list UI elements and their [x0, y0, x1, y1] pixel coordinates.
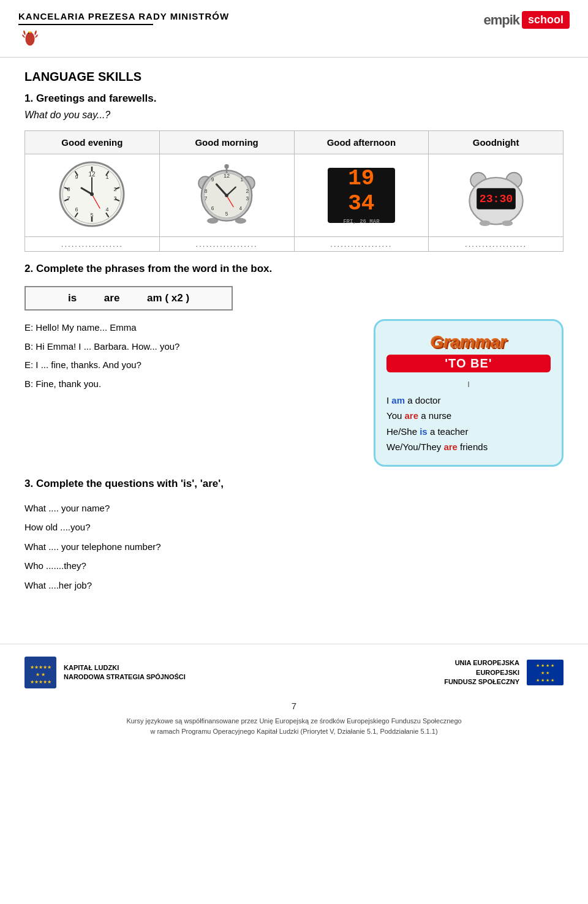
footer-right-logo: UNIA EUROPEJSKA EUROPEJSKI FUNDUSZ SPOŁE… — [444, 658, 564, 687]
question-2: How old ....you? — [24, 518, 564, 537]
grammar-rule-2: You are a nurse — [386, 408, 551, 424]
greetings-table: Good evening Good morning Good afternoon… — [24, 130, 564, 252]
clock-night-cell: 23:30 — [429, 154, 564, 237]
digital-date: FRI, 26 MAR — [343, 219, 379, 225]
grammar-rule-4: We/You/They are friends — [386, 439, 551, 455]
word-box: is are am ( x2 ) — [24, 286, 233, 311]
greeting-afternoon: Good afternoon — [294, 131, 429, 154]
dialogue-line-1: E: Hello! My name... Emma — [24, 319, 355, 337]
empik-text: empik — [483, 12, 519, 28]
dialogue-line-2: B: Hi Emma! I ... Barbara. How... you? — [24, 338, 355, 356]
greeting-evening: Good evening — [25, 131, 160, 154]
exercise3-section: 3. Complete the questions with 'is', 'ar… — [24, 478, 564, 595]
svg-text:★★★★★: ★★★★★ — [30, 665, 51, 670]
greetings-dots-row: .................. .................. ..… — [25, 237, 564, 252]
svg-text:12: 12 — [89, 171, 96, 178]
svg-text:3: 3 — [246, 196, 249, 202]
svg-point-56 — [479, 220, 490, 226]
svg-point-57 — [502, 220, 513, 226]
svg-text:★ ★ ★ ★: ★ ★ ★ ★ — [536, 678, 554, 682]
eu-flag: ★ ★ ★ ★ ★ ★ ★ ★ ★ ★ — [527, 660, 564, 685]
header-divider — [18, 24, 153, 25]
digital-time1: 19 34 — [333, 166, 390, 216]
question-3: What .... your telephone number? — [24, 537, 564, 557]
eagle-icon — [18, 28, 42, 51]
dialogue-section: E: Hello! My name... Emma B: Hi Emma! I … — [24, 319, 564, 467]
greeting-night: Goodnight — [429, 131, 564, 154]
analog-clock-1: 12 1 2 3 4 5 6 7 8 9 — [58, 160, 126, 228]
grammar-pronoun-label: I — [386, 380, 551, 389]
kapital-ludzki-flag: ★★★★★ ★ ★ ★★★★★ — [24, 657, 56, 688]
question-1: What .... your name? — [24, 499, 564, 518]
svg-text:3: 3 — [114, 195, 117, 202]
kapital-line1: KAPITAŁ LUDZKI NARODOWA STRATEGIA SPÓJNO… — [64, 663, 186, 682]
header-left: KANCELARIA PREZESA RADY MINISTRÓW — [18, 11, 229, 51]
svg-text:6: 6 — [75, 206, 78, 213]
word-is: is — [68, 292, 77, 304]
question-5: What ....her job? — [24, 576, 564, 595]
clock-afternoon-cell: 19 34 FRI, 26 MAR — [294, 154, 429, 237]
greetings-label-row: Good evening Good morning Good afternoon… — [25, 131, 564, 154]
alarm-clock-night: 23:30 — [462, 165, 530, 226]
svg-text:2: 2 — [114, 186, 117, 192]
footer-logos: ★★★★★ ★ ★ ★★★★★ KAPITAŁ LUDZKI NARODOWA … — [0, 644, 588, 701]
verb-are-1: are — [404, 410, 418, 421]
svg-text:7: 7 — [205, 196, 208, 202]
svg-point-48 — [225, 194, 228, 198]
verb-am: am — [391, 395, 405, 405]
school-badge: school — [522, 11, 570, 29]
svg-text:23:30: 23:30 — [479, 193, 513, 205]
exercise2-label: 2. Complete the phrases from the word in… — [24, 263, 564, 275]
kapital-ludzki-text: KAPITAŁ LUDZKI NARODOWA STRATEGIA SPÓJNO… — [64, 663, 186, 682]
svg-text:1: 1 — [106, 174, 109, 180]
clock-morning-cell: 12 1 2 3 4 5 6 7 8 9 — [159, 154, 294, 237]
svg-text:4: 4 — [106, 206, 109, 213]
word-are: are — [104, 292, 120, 304]
dots-1: .................. — [25, 237, 160, 252]
svg-text:5: 5 — [91, 212, 94, 218]
dialogue-line-3: E: I ... fine, thanks. And you? — [24, 356, 355, 374]
exercise3-label: 3. Complete the questions with 'is', 'ar… — [24, 478, 564, 490]
verb-are-2: are — [443, 442, 458, 452]
section-title: LANGUAGE SKILLS — [24, 70, 564, 84]
page-number: 7 — [0, 701, 588, 711]
alarm-clock-container: 23:30 — [432, 165, 559, 226]
grammar-rule-1: I am a doctor — [386, 393, 551, 409]
greetings-image-row: 12 1 2 3 4 5 6 7 8 9 — [25, 154, 564, 237]
empik-logo: empik school — [483, 11, 570, 29]
svg-text:8: 8 — [205, 189, 208, 194]
grammar-box: Grammar 'TO BE' I I am a doctor You are … — [374, 319, 564, 467]
svg-point-2 — [28, 32, 29, 34]
dots-4: .................. — [429, 237, 564, 252]
svg-point-50 — [224, 164, 228, 168]
eu-text: UNIA EUROPEJSKA EUROPEJSKI FUNDUSZ SPOŁE… — [444, 658, 519, 687]
svg-text:8: 8 — [67, 186, 70, 192]
what-do-you-say: What do you say...? — [24, 110, 564, 121]
svg-text:6: 6 — [211, 206, 214, 211]
svg-text:★     ★: ★ ★ — [541, 671, 549, 675]
main-content: LANGUAGE SKILLS 1. Greetings and farewel… — [0, 58, 588, 607]
footer-left-logo: ★★★★★ ★ ★ ★★★★★ KAPITAŁ LUDZKI NARODOWA … — [24, 657, 186, 688]
dialogue-text: E: Hello! My name... Emma B: Hi Emma! I … — [24, 319, 355, 467]
svg-point-28 — [90, 192, 94, 196]
exercise1-label: 1. Greetings and farewells. — [24, 92, 564, 105]
svg-text:★   ★: ★ ★ — [36, 672, 45, 677]
digital-clock-display: 19 34 FRI, 26 MAR — [328, 168, 395, 223]
svg-text:9: 9 — [211, 177, 214, 183]
analog-clock-2: 12 1 2 3 4 5 6 7 8 9 — [193, 160, 260, 228]
grammar-rule-3: He/She is a teacher — [386, 424, 551, 440]
footer-area: ★★★★★ ★ ★ ★★★★★ KAPITAŁ LUDZKI NARODOWA … — [0, 644, 588, 746]
svg-text:1: 1 — [241, 177, 244, 183]
verb-is: is — [420, 426, 428, 437]
svg-text:★ ★ ★ ★: ★ ★ ★ ★ — [536, 663, 554, 668]
eu-line: UNIA EUROPEJSKA EUROPEJSKI FUNDUSZ SPOŁE… — [444, 658, 519, 687]
svg-text:★★★★★: ★★★★★ — [30, 679, 51, 685]
word-am: am ( x2 ) — [147, 292, 189, 304]
grammar-title: Grammar — [386, 333, 551, 352]
svg-text:2: 2 — [246, 189, 249, 194]
clock-evening-cell: 12 1 2 3 4 5 6 7 8 9 — [25, 154, 160, 237]
dots-2: .................. — [159, 237, 294, 252]
svg-text:9: 9 — [75, 174, 78, 180]
dialogue-line-4: B: Fine, thank you. — [24, 375, 355, 393]
greeting-morning: Good morning — [159, 131, 294, 154]
